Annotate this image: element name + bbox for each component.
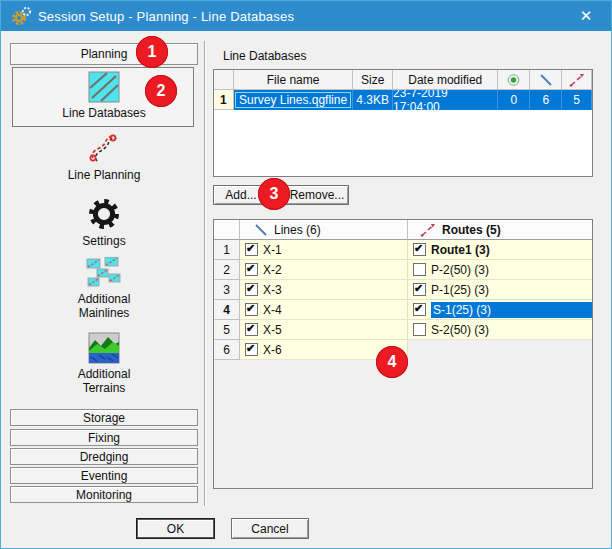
sidebar-section-eventing[interactable]: Eventing [10, 467, 198, 484]
route-cell[interactable]: S-2(50) (3) [408, 320, 592, 340]
table-row: 1 X-1 Route1 (3) [214, 240, 592, 260]
row-number: 3 [214, 280, 240, 300]
sidebar-section-fixing[interactable]: Fixing [10, 429, 198, 446]
sidebar-item-additional-terrains[interactable]: Additional Terrains [9, 332, 199, 395]
route-checkbox[interactable] [413, 243, 426, 256]
line-cell[interactable]: X-3 [240, 280, 408, 300]
line-label: X-2 [263, 263, 282, 277]
route-cell[interactable]: P-1(25) (3) [408, 280, 592, 300]
route-cell-selected[interactable]: S-1(25) (3) [408, 300, 592, 320]
line-databases-label: Line Databases [62, 106, 145, 120]
table-row: 3 X-3 P-1(25) (3) [214, 280, 592, 300]
size-header[interactable]: Size [353, 70, 393, 90]
fixing-label: Fixing [88, 431, 120, 445]
gears-icon [10, 6, 32, 26]
route-cell[interactable]: Route1 (3) [408, 240, 592, 260]
routes-header[interactable]: Routes (5) [408, 220, 592, 240]
ok-button[interactable]: OK [136, 518, 215, 539]
cancel-button-label: Cancel [251, 522, 288, 536]
window-title: Session Setup - Planning - Line Database… [38, 9, 294, 24]
row-number: 2 [214, 260, 240, 280]
routes-header-label: Routes (5) [442, 223, 501, 237]
route-checkbox[interactable] [413, 283, 426, 296]
additional-terrains-label: Additional Terrains [64, 367, 144, 395]
route-count-header[interactable] [562, 70, 592, 90]
route-label: P-1(25) (3) [431, 283, 489, 297]
annotation-circle-2: 2 [145, 75, 177, 107]
close-icon[interactable]: ✕ [569, 1, 603, 31]
line-count-header[interactable] [530, 70, 562, 90]
line-checkbox[interactable] [245, 243, 258, 256]
annotation-circle-4: 4 [376, 346, 408, 378]
group-label: Line Databases [223, 49, 306, 63]
line-cell[interactable]: X-2 [240, 260, 408, 280]
line-databases-icon [88, 71, 120, 103]
line-planning-label: Line Planning [68, 168, 141, 182]
file-name-header[interactable]: File name [234, 70, 353, 90]
sidebar-item-line-planning[interactable]: Line Planning [9, 131, 199, 182]
sidebar-item-settings[interactable]: Settings [9, 197, 199, 248]
line-label: X-4 [263, 303, 282, 317]
route-label: S-1(25) (3) [431, 302, 592, 318]
route-checkbox[interactable] [413, 263, 426, 276]
line-label: X-3 [263, 283, 282, 297]
eventing-label: Eventing [81, 469, 128, 483]
gear-icon [87, 197, 121, 231]
lines-header[interactable]: Lines (6) [240, 220, 408, 240]
route-icon [420, 223, 436, 237]
file-lines-cell: 6 [530, 90, 562, 110]
cancel-button[interactable]: Cancel [231, 518, 309, 539]
row-number-header [214, 70, 234, 90]
line-cell[interactable]: X-4 [240, 300, 408, 320]
files-table-header: File name Size Date modified [214, 70, 592, 90]
sidebar-item-additional-mainlines[interactable]: Additional Mainlines [9, 257, 199, 320]
route-label: S-2(50) (3) [431, 323, 489, 337]
remove-button[interactable]: Remove... [285, 185, 349, 205]
route-label: P-2(50) (3) [431, 263, 489, 277]
remove-button-label: Remove... [290, 188, 345, 202]
line-checkbox[interactable] [245, 263, 258, 276]
file-row[interactable]: 1 Survey Lines.qgfline 4.3KB 23-7-2019 1… [214, 90, 592, 110]
row-number: 6 [214, 340, 240, 360]
route-cell[interactable]: P-2(50) (3) [408, 260, 592, 280]
file-name-value: Survey Lines.qgfline [235, 92, 351, 108]
file-routes-cell: 5 [562, 90, 592, 110]
table-row-selected: 4 X-4 S-1(25) (3) [214, 300, 592, 320]
additional-terrains-icon [88, 332, 120, 364]
session-setup-dialog: Session Setup - Planning - Line Database… [0, 0, 612, 549]
dredging-label: Dredging [80, 450, 129, 464]
detail-number-header [214, 220, 240, 240]
line-planning-icon [87, 131, 121, 165]
line-label: X-6 [263, 343, 282, 357]
sidebar-section-monitoring[interactable]: Monitoring [10, 486, 198, 503]
sidebar-section-dredging[interactable]: Dredging [10, 448, 198, 465]
settings-label: Settings [82, 234, 125, 248]
route-label: Route1 (3) [431, 243, 490, 257]
line-checkbox[interactable] [245, 343, 258, 356]
files-table[interactable]: File name Size Date modified [213, 69, 593, 177]
waypoint-icon [506, 73, 521, 87]
line-cell[interactable]: X-1 [240, 240, 408, 260]
route-checkbox[interactable] [413, 323, 426, 336]
file-waypoints-cell: 0 [498, 90, 530, 110]
file-name-cell[interactable]: Survey Lines.qgfline [234, 90, 353, 110]
sidebar-divider [204, 41, 206, 506]
annotation-circle-1: 1 [136, 36, 168, 68]
route-checkbox[interactable] [413, 303, 426, 316]
file-row-number: 1 [214, 90, 234, 110]
date-modified-header[interactable]: Date modified [393, 70, 498, 90]
route-cell-empty [408, 340, 592, 360]
lines-header-label: Lines (6) [274, 223, 321, 237]
annotation-circle-3: 3 [258, 178, 290, 210]
line-checkbox[interactable] [245, 283, 258, 296]
line-cell[interactable]: X-5 [240, 320, 408, 340]
sidebar-section-storage[interactable]: Storage [10, 409, 198, 426]
line-checkbox[interactable] [245, 303, 258, 316]
additional-mainlines-icon [85, 257, 123, 289]
add-button-label: Add... [225, 188, 256, 202]
title-bar: Session Setup - Planning - Line Database… [1, 1, 611, 31]
sidebar-section-planning[interactable]: Planning [10, 43, 198, 65]
line-icon [254, 223, 268, 237]
waypoint-count-header[interactable] [498, 70, 530, 90]
line-checkbox[interactable] [245, 323, 258, 336]
